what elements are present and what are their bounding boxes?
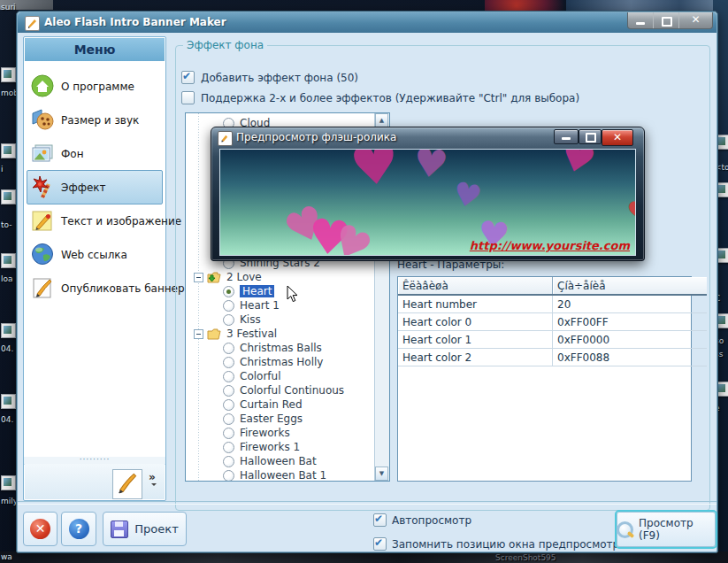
effect-radio[interactable] <box>223 357 234 368</box>
checkbox-label: Запомнить позицию окна предпросмотра <box>392 538 626 551</box>
effect-radio[interactable] <box>223 286 234 297</box>
tree-item-fireworks-1[interactable]: Fireworks 1 <box>186 440 300 454</box>
maximize-button[interactable] <box>654 12 679 28</box>
params-cell: 0xFF00FF <box>553 313 708 331</box>
effect-radio[interactable] <box>223 385 234 397</box>
sidebar-item-label: Размер и звук <box>61 114 139 127</box>
effect-radio[interactable] <box>223 470 234 482</box>
tree-item-curtain-red[interactable]: Curtain Red <box>186 397 303 412</box>
heart-shape: ♥ <box>625 195 636 229</box>
save-icon <box>111 521 128 538</box>
desktop-icon[interactable] <box>1 189 16 204</box>
add-effect-checkbox[interactable] <box>181 71 195 84</box>
collapse-icon[interactable] <box>194 329 203 339</box>
effect-radio[interactable] <box>223 428 234 439</box>
tree-item-christmas-holly[interactable]: Christmas Holly <box>186 355 323 369</box>
sidebar-item-background[interactable]: Фон <box>27 136 163 171</box>
effect-radio[interactable] <box>223 343 234 354</box>
sidebar-item-size-sound[interactable]: Размер и звук <box>27 103 163 137</box>
project-button[interactable]: Проект <box>103 512 187 546</box>
desktop-icon-label: wa <box>1 552 12 561</box>
publish-brush-icon <box>31 276 55 300</box>
desktop-icon[interactable] <box>1 143 16 158</box>
params-cell: 0xFF0000 <box>553 331 708 349</box>
sidebar-item-label: Текст и изображение <box>61 215 181 228</box>
close-button[interactable]: ✕ <box>679 12 712 28</box>
tree-item-label: 3 Festival <box>226 328 277 340</box>
tree-item-fireworks[interactable]: Fireworks <box>186 426 290 440</box>
params-row[interactable]: Heart color 20xFF0088 <box>398 349 707 366</box>
desktop-icon[interactable] <box>1 323 16 338</box>
collapse-icon[interactable] <box>194 273 203 282</box>
effect-radio[interactable] <box>223 413 234 425</box>
sidebar-item-text-image[interactable]: Текст и изображение <box>27 204 163 238</box>
scroll-up-icon[interactable]: ▲ <box>375 113 388 127</box>
desktop-icon[interactable] <box>1 253 16 268</box>
remember-position-checkbox[interactable] <box>373 537 387 551</box>
scroll-down-icon[interactable]: ▼ <box>375 467 388 481</box>
picture-icon <box>31 142 55 166</box>
desktop-icon[interactable] <box>1 394 16 409</box>
heart-shape: ♥ <box>348 149 402 196</box>
params-row[interactable]: Heart number20 <box>398 295 707 313</box>
sidebar-item-about[interactable]: О программе <box>27 69 163 104</box>
sidebar-toolbar: » <box>25 464 165 499</box>
star-wand-icon <box>31 175 55 199</box>
exit-button[interactable]: ✕ <box>23 512 57 546</box>
chevron-down-icon[interactable] <box>151 483 157 489</box>
cookie-sound-icon <box>31 108 55 132</box>
effect-radio[interactable] <box>223 442 234 453</box>
flash-preview-canvas[interactable]: ♥♥♥♥♥♥♥♥♥ http://www.yoursite.com <box>219 149 636 256</box>
tree-item-colorful-continuous[interactable]: Colorful Continuous <box>186 383 344 397</box>
sidebar-item-label: Опубликовать баннер <box>61 282 185 295</box>
params-cell: 20 <box>553 295 708 313</box>
tree-item-heart[interactable]: Heart <box>186 284 274 298</box>
autopreview-checkbox[interactable] <box>373 513 387 527</box>
desktop-icon-label: ScreenShot595 <box>495 553 556 562</box>
help-button[interactable]: ? <box>61 512 96 546</box>
multi-effect-checkbox[interactable] <box>181 91 195 104</box>
toolbar-more-chevron[interactable]: » <box>149 471 156 483</box>
sidebar-item-label: Фон <box>61 148 84 160</box>
checkbox-label: Добавить эффект фона (50) <box>201 72 358 84</box>
effect-radio[interactable] <box>223 300 234 312</box>
sidebar-item-effect[interactable]: Эффект <box>27 170 163 204</box>
mouse-cursor <box>287 285 299 304</box>
sidebar: Меню О программе Размер и звук Фон Эффек… <box>23 36 166 501</box>
tree-item-3-festival[interactable]: 3 Festival <box>186 327 277 341</box>
effect-radio[interactable] <box>223 456 234 467</box>
title-bar[interactable]: Aleo Flash Intro Banner Maker ✕ <box>18 12 717 33</box>
window-title: Aleo Flash Intro Banner Maker <box>44 16 226 28</box>
preview-f9-button[interactable]: Просмотр (F9) <box>615 510 717 549</box>
params-column-header[interactable]: Êëàâèøà <box>398 277 553 295</box>
effect-radio[interactable] <box>223 314 234 326</box>
params-row[interactable]: Heart color 00xFF00FF <box>398 313 707 331</box>
maximize-icon <box>586 133 596 143</box>
tree-item-halloween-bat-1[interactable]: Halloween Bat 1 <box>186 468 326 482</box>
preview-minimize-button[interactable] <box>554 129 579 144</box>
tree-item-label: Curtain Red <box>240 398 303 411</box>
sidebar-item-publish[interactable]: Опубликовать баннер <box>27 271 163 305</box>
publish-shortcut-button[interactable] <box>112 469 142 499</box>
tree-item-halloween-bat[interactable]: Halloween Bat <box>186 454 317 468</box>
effect-radio[interactable] <box>223 399 234 411</box>
desktop-icon[interactable] <box>1 475 16 490</box>
tree-item-heart-1[interactable]: Heart 1 <box>186 298 280 312</box>
params-row[interactable]: Heart color 10xFF0000 <box>398 331 707 349</box>
tree-item-2-love[interactable]: 2 Love <box>186 270 262 284</box>
preview-close-button[interactable]: ✕ <box>602 129 633 146</box>
desktop-icon[interactable] <box>1 67 16 82</box>
minimize-button[interactable] <box>628 12 654 28</box>
tree-item-christmas-balls[interactable]: Christmas Balls <box>186 341 322 355</box>
params-cell: Heart color 2 <box>398 349 553 366</box>
sidebar-item-web-link[interactable]: Web ссылка <box>27 237 163 272</box>
effect-radio[interactable] <box>223 371 234 382</box>
checkbox-label: Автопросмотр <box>392 514 471 527</box>
tree-item-label: 2 Love <box>226 271 262 283</box>
params-column-header[interactable]: Çíà÷åíèå <box>553 277 708 295</box>
tree-item-kiss[interactable]: Kiss <box>186 312 261 327</box>
tree-item-colorful[interactable]: Colorful <box>186 369 281 383</box>
preview-button-label: Просмотр (F9) <box>639 517 716 542</box>
preview-maximize-button[interactable] <box>579 129 602 144</box>
tree-item-easter-eggs[interactable]: Easter Eggs <box>186 412 303 426</box>
